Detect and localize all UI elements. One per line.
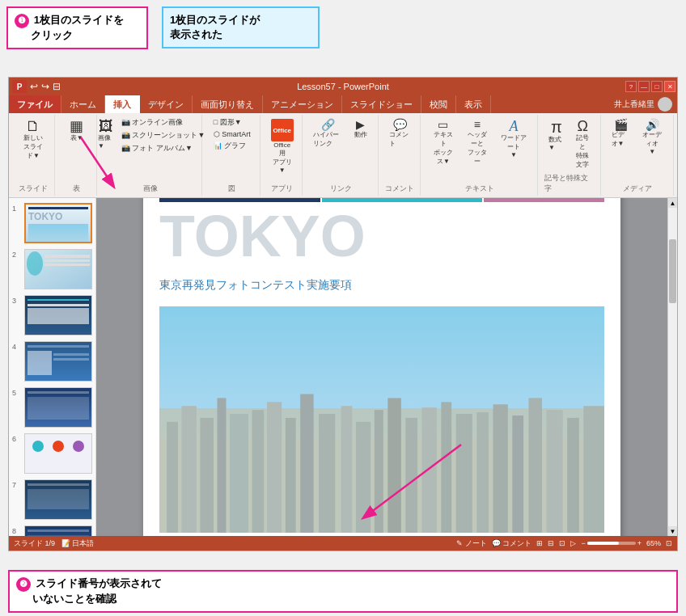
ribbon-group-media-inner: 🎬 ビデオ▼ 🔊 オーディオ▼ xyxy=(608,116,668,182)
annotation-no-slide-number: ❷ スライド番号が表示されて いないことを確認 xyxy=(8,570,678,613)
btn-screenshot[interactable]: 📸 スクリーンショット▼ xyxy=(120,129,206,141)
btn-shapes[interactable]: □ 図形▼ xyxy=(212,116,252,129)
audio-icon: 🔊 xyxy=(646,119,659,130)
tab-review[interactable]: 校閲 xyxy=(421,95,456,113)
office-app-icon: Office xyxy=(271,119,294,141)
ribbon-tab-bar: ファイル ホーム 挿入 デザイン 画面切り替え アニメーション スライドショー … xyxy=(9,95,677,113)
slide-thumb-3[interactable]: 3 xyxy=(11,293,94,337)
tab-file[interactable]: ファイル xyxy=(9,95,61,113)
new-slide-icon: 🗋 xyxy=(26,119,40,133)
undo-btn[interactable]: ↩ xyxy=(30,81,38,92)
annotation-text-2: 1枚目のスライドが xyxy=(170,14,260,26)
btn-action[interactable]: ▶ 動作 xyxy=(349,116,373,141)
btn-table[interactable]: ▦ 表▼ xyxy=(65,116,89,145)
btn-photo-album[interactable]: 📸 フォト アルバム▼ xyxy=(120,142,206,154)
help-btn[interactable]: ? xyxy=(625,81,637,92)
btn-image[interactable]: 🖼 画像▼ xyxy=(94,116,118,152)
svg-rect-3 xyxy=(200,418,213,533)
group-label-slides: スライド xyxy=(19,184,48,194)
slide-thumb-2[interactable]: 2 xyxy=(11,247,94,291)
btn-video[interactable]: 🎬 ビデオ▼ xyxy=(608,116,635,150)
svg-rect-4 xyxy=(218,398,227,533)
btn-equation[interactable]: π 数式▼ xyxy=(544,116,569,154)
qa-extra-btn[interactable]: ⊟ xyxy=(53,81,61,92)
slide-num-6: 6 xyxy=(12,435,22,443)
close-btn[interactable]: ✕ xyxy=(664,81,675,92)
user-name: 井上香緒里 xyxy=(614,99,654,110)
table-icon: ▦ xyxy=(70,119,83,133)
tab-transitions[interactable]: 画面切り替え xyxy=(193,95,263,113)
powerpoint-icon: P xyxy=(12,80,27,93)
comments-btn[interactable]: 💬 コメント xyxy=(492,538,532,549)
maximize-btn[interactable]: □ xyxy=(651,81,663,92)
btn-textbox[interactable]: ▭ テキストボックス▼ xyxy=(427,116,459,168)
btn-audio[interactable]: 🔊 オーディオ▼ xyxy=(636,116,668,158)
slide-preview-6 xyxy=(24,433,92,474)
group-label-table: 表 xyxy=(73,184,80,194)
slide-thumb-5[interactable]: 5 xyxy=(11,386,94,429)
minimize-btn[interactable]: — xyxy=(638,81,650,92)
annotation-number-1: ❶ xyxy=(15,14,29,28)
user-area: 井上香緒里 xyxy=(609,95,677,113)
annotation-slide-shown: 1枚目のスライドが 表示された xyxy=(162,6,320,49)
btn-comment[interactable]: 💬 コメント xyxy=(385,116,415,150)
ribbon-group-media: 🎬 ビデオ▼ 🔊 オーディオ▼ メディア xyxy=(603,115,674,196)
redo-btn[interactable]: ↪ xyxy=(41,81,49,92)
notes-btn[interactable]: ✎ ノート xyxy=(456,538,487,549)
tab-insert[interactable]: 挿入 xyxy=(105,95,140,113)
slide-preview-1: TOKYO xyxy=(24,203,92,243)
btn-smartart[interactable]: ⬡ SmartArt xyxy=(212,129,252,139)
zoom-minus[interactable]: − xyxy=(581,539,585,547)
btn-online-image[interactable]: 📷 オンライン画像 xyxy=(120,116,206,129)
group-label-media: メディア xyxy=(623,184,652,194)
ribbon-group-images-inner: 🖼 画像▼ 📷 オンライン画像 📸 スクリーンショット▼ 📸 フォト アルバム▼ xyxy=(94,116,206,182)
scrollbar-thumb[interactable] xyxy=(669,239,676,303)
slide-thumb-8[interactable]: 8 xyxy=(11,524,94,536)
zoom-slider[interactable]: − + xyxy=(581,539,642,547)
slide-thumb-1[interactable]: 1 TOKYO xyxy=(11,201,94,245)
ribbon-group-apps: Office Office 用アプリ▼ アプリ xyxy=(262,115,303,196)
scroll-down-btn[interactable]: ▼ xyxy=(668,526,677,536)
language-indicator: 📝 日本語 xyxy=(61,538,94,549)
bar-pink xyxy=(484,198,604,202)
slide-thumb-4[interactable]: 4 xyxy=(11,340,94,383)
tab-home[interactable]: ホーム xyxy=(61,95,105,113)
slideshow-btn[interactable]: ▷ xyxy=(570,539,576,547)
slide-num-4: 4 xyxy=(12,343,22,351)
powerpoint-window: P ↩ ↪ ⊟ Lesson57 - PowerPoint ? — □ ✕ ファ… xyxy=(8,77,678,551)
svg-rect-8 xyxy=(286,418,296,533)
zoom-plus[interactable]: + xyxy=(637,539,642,547)
ribbon: ファイル ホーム 挿入 デザイン 画面切り替え アニメーション スライドショー … xyxy=(9,95,677,198)
slide-thumb-7[interactable]: 7 xyxy=(11,478,94,521)
scrollbar-track xyxy=(668,208,677,526)
svg-rect-22 xyxy=(529,398,543,533)
tab-animations[interactable]: アニメーション xyxy=(263,95,342,113)
slide-thumb-6[interactable]: 6 xyxy=(11,432,94,475)
btn-chart[interactable]: 📊 グラフ xyxy=(212,140,252,152)
group-label-text: テキスト xyxy=(465,184,494,194)
bar-teal xyxy=(322,198,483,202)
normal-view-btn[interactable]: ⊞ xyxy=(536,539,543,547)
tab-design[interactable]: デザイン xyxy=(140,95,193,113)
tab-view[interactable]: 表示 xyxy=(456,95,491,113)
btn-header-footer[interactable]: ≡ ヘッダーとフッター xyxy=(461,116,493,168)
scroll-up-btn[interactable]: ▲ xyxy=(668,198,677,208)
slide-preview-5 xyxy=(24,387,92,428)
ribbon-group-slides: 🗋 新しいスライド▼ スライド xyxy=(12,115,55,196)
main-content: 1 TOKYO 2 xyxy=(9,198,677,536)
action-icon: ▶ xyxy=(356,119,365,130)
btn-new-slide[interactable]: 🗋 新しいスライド▼ xyxy=(17,116,49,162)
btn-wordart[interactable]: A ワードアート▼ xyxy=(495,116,532,161)
ribbon-group-links: 🔗 ハイパーリンク ▶ 動作 リンク xyxy=(304,115,379,196)
group-label-symbols: 記号と特殊文字 xyxy=(544,173,595,194)
reading-view-btn[interactable]: ⊡ xyxy=(559,539,565,547)
fit-btn[interactable]: ⊡ xyxy=(666,539,672,547)
tab-slideshow[interactable]: スライドショー xyxy=(342,95,421,113)
slide-tokyo-text: TOKYO xyxy=(159,207,366,265)
slide-main[interactable]: TOKYO 東京再発見フォトコンテスト実施要項 xyxy=(143,198,620,536)
btn-symbol[interactable]: Ω 記号と特殊文字 xyxy=(570,116,595,171)
svg-rect-25 xyxy=(583,406,604,533)
btn-office-apps[interactable]: Office Office 用アプリ▼ xyxy=(267,116,298,176)
slide-sorter-btn[interactable]: ⊟ xyxy=(548,539,554,547)
btn-hyperlink[interactable]: 🔗 ハイパーリンク xyxy=(309,116,347,150)
